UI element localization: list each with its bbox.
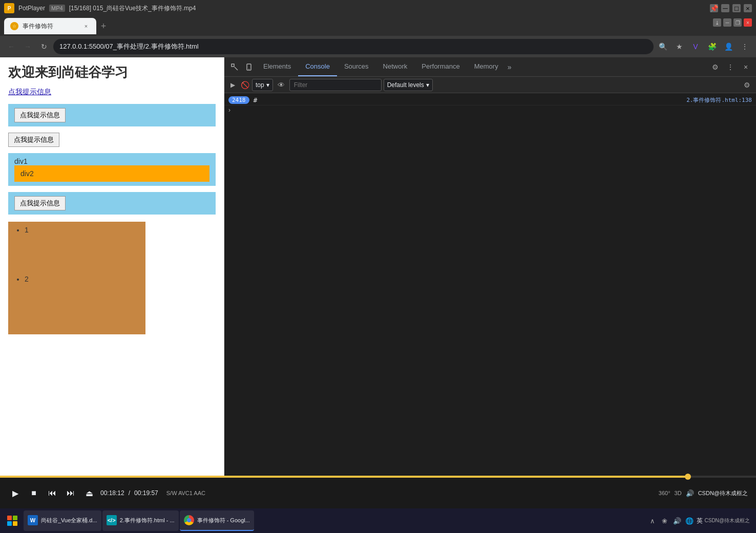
new-tab-button[interactable]: + (96, 19, 111, 33)
console-context-label: top (256, 81, 264, 89)
tab-sources[interactable]: Sources (337, 58, 376, 76)
nav-actions: 🔍 ★ V 🧩 👤 ⋮ (656, 39, 752, 54)
app-name: PotPlayer (18, 5, 45, 12)
devtools-settings-button[interactable]: ⚙ (708, 60, 722, 74)
media-total-time: 00:19:57 (134, 489, 158, 497)
console-expand-arrow[interactable]: › (224, 105, 756, 115)
extension-button[interactable]: V (688, 39, 703, 54)
tray-csdn-label: CSDN@待木成框之 (705, 517, 750, 524)
tray-icon-1: ❀ (660, 516, 670, 526)
tray-ime-label[interactable]: 英 (697, 517, 703, 525)
browser-tab[interactable]: ☆ 事件修饰符 × (4, 18, 96, 34)
list-item-1: 1 (25, 226, 139, 234)
div1-label: div1 (14, 157, 28, 165)
browser-close-button[interactable]: × (744, 18, 752, 27)
media-360-button[interactable]: 360° (659, 490, 670, 496)
console-eye-button[interactable]: 👁 (275, 79, 287, 91)
taskbar-tray: ∧ ❀ 🔊 🌐 英 CSDN@待木成框之 (643, 516, 754, 526)
address-bar: ← → ↻ 🔍 ★ V 🧩 👤 ⋮ (0, 36, 756, 57)
taskbar-item-vscode[interactable]: </> 2.事件修饰符.html - ... (102, 510, 179, 531)
maximize-button[interactable]: □ (732, 4, 741, 12)
page-title: 欢迎来到尚硅谷学习 (8, 63, 216, 81)
console-context-select[interactable]: top ▾ (252, 79, 273, 91)
console-settings-button[interactable]: ⚙ (741, 79, 753, 91)
devtools-close-button[interactable]: × (739, 60, 753, 74)
console-entry-1: 2418 # 2.事件修饰符.html:138 (224, 95, 756, 105)
chevron-down-icon: ▾ (266, 81, 269, 89)
tray-show-hidden-button[interactable]: ∧ (647, 516, 658, 526)
console-content: 2418 # 2.事件修饰符.html:138 › (224, 93, 756, 476)
tray-volume-icon[interactable]: 🔊 (672, 516, 682, 526)
tab-console[interactable]: Console (298, 58, 337, 76)
console-levels-select[interactable]: Default levels ▾ (384, 79, 433, 91)
start-button[interactable] (2, 510, 23, 531)
taskbar-item-chrome[interactable]: 事件修饰符 - Googl... (180, 510, 254, 531)
format-badge: MP4 (49, 5, 65, 12)
blue-box-3: 点我提示信息 (8, 192, 216, 215)
media-eject-button[interactable]: ⏏ (82, 486, 96, 500)
devtools-more-tabs[interactable]: » (506, 63, 514, 71)
taskbar-item-vscode-label: 2.事件修饰符.html - ... (120, 517, 175, 524)
close-button[interactable]: × (744, 4, 752, 12)
taskbar-item-word[interactable]: W 尚硅谷_Vue全家桶.d... (24, 510, 101, 531)
console-filter-input[interactable] (289, 79, 382, 91)
browser-pin-button[interactable]: ⤓ (713, 18, 721, 27)
list-box[interactable]: 1 2 (8, 222, 145, 334)
minimize-button[interactable]: ─ (721, 4, 729, 12)
browser-restore-button[interactable]: ❐ (733, 18, 742, 27)
media-format-info: S/W AVC1 AAC (166, 490, 205, 496)
media-next-button[interactable]: ⏭ (64, 486, 78, 500)
windows-logo (7, 516, 17, 526)
browser-minimize-button[interactable]: ─ (723, 18, 731, 27)
button-1[interactable]: 点我提示信息 (14, 108, 66, 122)
console-toolbar: ▶ 🚫 top ▾ 👁 Default levels ▾ ⚙ (224, 77, 756, 93)
console-badge: 2418 (228, 96, 249, 104)
console-entry-source[interactable]: 2.事件修饰符.html:138 (686, 96, 752, 104)
devtools-options-button[interactable]: ⋮ (723, 60, 738, 74)
bookmark-button[interactable]: ★ (672, 39, 686, 54)
tab-title: 事件修饰符 (23, 22, 78, 31)
div2-container: div2 (14, 165, 209, 182)
tab-elements[interactable]: Elements (256, 58, 298, 76)
tab-bar: ☆ 事件修饰符 × + ⤓ ─ ❐ × (0, 16, 756, 36)
button-3[interactable]: 点我提示信息 (14, 196, 66, 210)
profile-button[interactable]: 👤 (721, 39, 736, 54)
tab-network[interactable]: Network (376, 58, 415, 76)
main-area: 欢迎来到尚硅谷学习 点我提示信息 点我提示信息 点我提示信息 div1 div2… (0, 57, 756, 476)
title-bar-controls: 📌 ─ □ × (710, 4, 752, 12)
media-stop-button[interactable]: ■ (27, 486, 41, 500)
media-prev-button[interactable]: ⏮ (45, 486, 59, 500)
menu-button[interactable]: ⋮ (738, 39, 752, 54)
tab-close-button[interactable]: × (82, 22, 90, 30)
media-controls: ▶ ■ ⏮ ⏭ ⏏ 00:18:12 / 00:19:57 S/W AVC1 A… (0, 478, 756, 508)
taskbar-item-word-label: 尚硅谷_Vue全家桶.d... (41, 517, 97, 524)
media-progress-bar[interactable] (0, 476, 756, 478)
media-play-button[interactable]: ▶ (8, 486, 23, 500)
pin-button[interactable]: 📌 (710, 4, 718, 12)
forward-button[interactable]: → (20, 39, 35, 54)
tab-performance[interactable]: Performance (414, 58, 467, 76)
devtools-topbar: Elements Console Sources Network Perform… (224, 57, 756, 77)
vscode-icon: </> (107, 515, 117, 525)
media-separator: / (129, 489, 130, 497)
devtools-inspect-button[interactable] (227, 60, 242, 74)
console-play-button[interactable]: ▶ (227, 80, 238, 90)
volume-icon: 🔊 (686, 489, 694, 497)
page-link[interactable]: 点我提示信息 (8, 88, 216, 97)
chrome-icon (184, 515, 194, 525)
address-input[interactable] (53, 39, 654, 54)
devtools-mobile-button[interactable] (242, 60, 256, 74)
page-content: 欢迎来到尚硅谷学习 点我提示信息 点我提示信息 点我提示信息 div1 div2… (0, 57, 224, 476)
back-button[interactable]: ← (4, 39, 18, 54)
refresh-button[interactable]: ↻ (37, 39, 51, 54)
media-progress-thumb (685, 474, 691, 480)
extensions-button[interactable]: 🧩 (705, 39, 719, 54)
chevron-down-icon-2: ▾ (426, 81, 429, 89)
button-2[interactable]: 点我提示信息 (8, 133, 59, 147)
zoom-button[interactable]: 🔍 (656, 39, 670, 54)
tab-memory[interactable]: Memory (467, 58, 506, 76)
media-3d-button[interactable]: 3D (675, 490, 682, 496)
console-stop-button[interactable]: 🚫 (240, 80, 250, 90)
list-item-2: 2 (25, 275, 139, 283)
tray-network-icon[interactable]: 🌐 (684, 516, 695, 526)
